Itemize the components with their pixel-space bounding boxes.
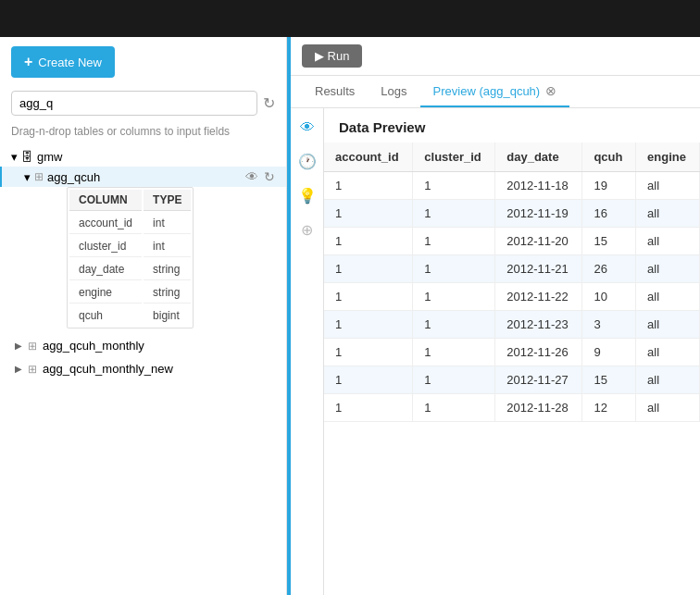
layers-icon[interactable]: ⊕ — [301, 221, 313, 239]
chevron-right-icon-2: ▶ — [15, 364, 22, 374]
table-cell: 15 — [582, 366, 636, 394]
table-cell: 1 — [413, 172, 495, 200]
columns-table: COLUMN TYPE account_idintcluster_idintda… — [67, 187, 194, 328]
db-expand-icon: ▾ — [11, 150, 18, 164]
data-table-header: account_id — [324, 143, 413, 172]
tab-logs[interactable]: Logs — [368, 77, 419, 107]
main-content: + Create New ↻ Drag-n-drop tables or col… — [0, 37, 700, 595]
db-name: gmw — [37, 150, 62, 164]
search-input[interactable] — [11, 91, 257, 116]
run-button[interactable]: ▶ Run — [302, 44, 362, 68]
table-cell: 2012-11-19 — [495, 200, 582, 228]
column-row: enginestring — [69, 282, 191, 304]
table-cell: 1 — [413, 339, 495, 366]
table-cell: 1 — [324, 339, 413, 366]
col-header-column: COLUMN — [69, 190, 142, 211]
col-name: qcuh — [69, 305, 142, 326]
table-cell: all — [636, 311, 700, 339]
data-preview-title: Data Preview — [324, 108, 700, 143]
eye-icon[interactable]: 👁 — [245, 169, 258, 184]
table-row: 112012-11-2015all — [324, 228, 700, 255]
lightbulb-icon[interactable]: 💡 — [298, 187, 317, 205]
sub-table-name-1: agg_qcuh_monthly — [43, 339, 144, 353]
table-cell: all — [636, 200, 700, 228]
db-item[interactable]: ▾ 🗄 gmw — [0, 147, 286, 167]
table-cell: 1 — [324, 200, 413, 228]
col-type: int — [144, 236, 191, 257]
table-cell: 12 — [582, 394, 636, 422]
table-cell: 1 — [324, 311, 413, 339]
top-bar — [0, 0, 700, 37]
data-preview-area: Data Preview account_idcluster_idday_dat… — [324, 108, 700, 595]
table-cell: all — [636, 339, 700, 366]
chevron-right-icon: ▶ — [15, 341, 22, 351]
table-cell: 15 — [582, 228, 636, 255]
refresh-table-icon[interactable]: ↻ — [264, 169, 275, 184]
table-cell: 1 — [413, 366, 495, 394]
table-row: 112012-11-2812all — [324, 394, 700, 422]
preview-body: 👁 🕐 💡 ⊕ Data Preview account_idcluster_i… — [291, 108, 700, 595]
drag-hint: Drag-n-drop tables or columns to input f… — [0, 119, 286, 143]
column-row: cluster_idint — [69, 236, 191, 257]
col-type: string — [144, 259, 191, 280]
table-cell: 2012-11-21 — [495, 255, 582, 283]
tab-results[interactable]: Results — [302, 77, 368, 107]
sub-table-agg-qcuh-monthly[interactable]: ▶ ⊞ agg_qcuh_monthly — [0, 334, 286, 357]
table-cell: 26 — [582, 255, 636, 283]
right-header: ▶ Run — [291, 37, 700, 76]
col-name: day_date — [69, 259, 142, 280]
table-row: 112012-11-2210all — [324, 283, 700, 311]
table-name: agg_qcuh — [47, 170, 100, 184]
table-cell: 3 — [582, 311, 636, 339]
table-actions: 👁 ↻ — [245, 169, 275, 184]
col-type: string — [144, 282, 191, 304]
col-name: cluster_id — [69, 236, 142, 257]
sub-table-agg-qcuh-monthly-new[interactable]: ▶ ⊞ agg_qcuh_monthly_new — [0, 357, 286, 380]
right-panel: ▶ Run Results Logs Preview (agg_qcuh) ⊗ … — [291, 37, 700, 595]
table-cell: 2012-11-28 — [495, 394, 582, 422]
create-new-button[interactable]: + Create New — [11, 46, 115, 78]
sub-table-name-2: agg_qcuh_monthly_new — [43, 362, 173, 376]
table-item-inner: ▾ ⊞ agg_qcuh — [24, 170, 245, 184]
table-expand-chevron: ▾ — [24, 170, 31, 184]
table-item-agg-qcuh[interactable]: ▾ ⊞ agg_qcuh 👁 ↻ — [0, 167, 286, 187]
table-cell: 1 — [324, 255, 413, 283]
table-cell: 2012-11-26 — [495, 339, 582, 366]
table-cell: 2012-11-18 — [495, 172, 582, 200]
column-row: day_datestring — [69, 259, 191, 280]
column-row: qcuhbigint — [69, 305, 191, 326]
db-icon: 🗄 — [21, 150, 33, 164]
tab-close-icon[interactable]: ⊗ — [545, 83, 556, 98]
table-cell: 10 — [582, 283, 636, 311]
table-cell: 1 — [324, 172, 413, 200]
tabs-row: Results Logs Preview (agg_qcuh) ⊗ — [291, 76, 700, 108]
col-name: engine — [69, 282, 142, 304]
refresh-icon[interactable]: ↻ — [263, 94, 275, 112]
table-cell: 19 — [582, 172, 636, 200]
table-cell: 1 — [413, 255, 495, 283]
run-label: ▶ Run — [315, 49, 349, 63]
data-table: account_idcluster_idday_dateqcuhengine 1… — [324, 143, 700, 422]
data-table-header: engine — [636, 143, 700, 172]
preview-sidebar-icons: 👁 🕐 💡 ⊕ — [291, 108, 324, 595]
col-type: int — [144, 213, 191, 234]
table-stack-icon: ⊞ — [34, 170, 44, 183]
table-cell: all — [636, 394, 700, 422]
table-cell: all — [636, 172, 700, 200]
columns-container: COLUMN TYPE account_idintcluster_idintda… — [33, 187, 279, 328]
table-cell: 1 — [324, 228, 413, 255]
data-table-header: day_date — [495, 143, 582, 172]
table-cell: 1 — [413, 283, 495, 311]
table-cell: 1 — [413, 200, 495, 228]
clock-icon[interactable]: 🕐 — [298, 153, 317, 170]
column-row: account_idint — [69, 213, 191, 234]
stack-icon-1: ⊞ — [28, 340, 37, 353]
table-cell: 1 — [324, 366, 413, 394]
table-row: 112012-11-1819all — [324, 172, 700, 200]
table-cell: 2012-11-22 — [495, 283, 582, 311]
eye-preview-icon[interactable]: 👁 — [300, 119, 315, 136]
data-table-header: qcuh — [582, 143, 636, 172]
table-cell: 1 — [413, 228, 495, 255]
table-cell: 9 — [582, 339, 636, 366]
tab-preview[interactable]: Preview (agg_qcuh) ⊗ — [420, 76, 570, 107]
